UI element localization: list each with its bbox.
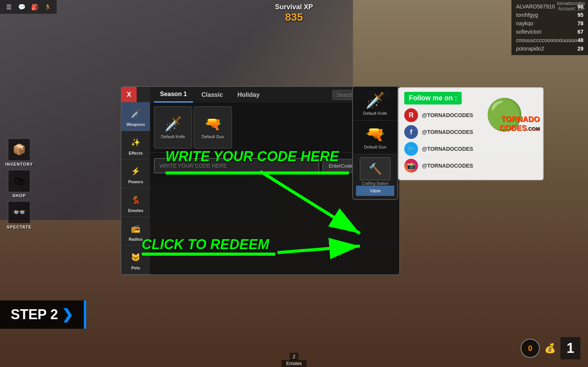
powers-label: Powers bbox=[128, 179, 143, 184]
effects-label: Effects bbox=[129, 151, 143, 155]
effects-icon: ✨ bbox=[128, 135, 144, 150]
level-display: 1 bbox=[560, 337, 580, 359]
logo-line2: CODES.COM bbox=[500, 124, 540, 132]
weapons-label: Weapons bbox=[126, 122, 145, 127]
survival-xp-label: Survival XP bbox=[275, 3, 313, 11]
leaderboard-row: naykqo 78 bbox=[511, 19, 588, 28]
shop-label: SHOP bbox=[12, 193, 26, 198]
pets-label: Pets bbox=[131, 266, 140, 270]
leaderboard-row: sofievictori 67 bbox=[511, 28, 588, 36]
shop-button[interactable]: 🛍 SHOP bbox=[4, 170, 34, 198]
facebook-handle: @TORNADOCODES bbox=[422, 129, 473, 135]
follow-panel: Follow me on : R @TORNADOCODES f @TORNAD… bbox=[398, 87, 544, 180]
inventory-icon[interactable]: 🎒 bbox=[31, 3, 39, 11]
facebook-icon: f bbox=[404, 125, 418, 139]
weapons-icon: 🗡️ bbox=[128, 106, 144, 121]
survival-xp-display: Survival XP 835 bbox=[275, 3, 313, 23]
chat-icon[interactable]: 💬 bbox=[18, 3, 26, 11]
close-button[interactable]: X bbox=[121, 87, 137, 102]
radios-icon: 📻 bbox=[128, 221, 144, 236]
powers-icon: ⚡ bbox=[128, 163, 144, 179]
crafting-name: Crafting Station bbox=[362, 181, 389, 186]
account-info: tornadocodes Account: 13+ bbox=[557, 1, 585, 11]
bottom-bar: 2 Emotes bbox=[282, 353, 307, 367]
leaderboard-row: tomhfgyg 95 bbox=[511, 11, 588, 19]
character-icon[interactable]: 🏃 bbox=[44, 3, 52, 11]
coin-display: 0 bbox=[521, 339, 540, 358]
nav-item-effects[interactable]: ✨ Effects bbox=[121, 131, 150, 160]
currency-icon: 💰 bbox=[544, 343, 556, 354]
survival-xp-value: 835 bbox=[275, 11, 313, 23]
gun-name: Default Gun bbox=[202, 134, 224, 139]
step2-box: STEP 2 ❯ bbox=[0, 300, 86, 329]
instagram-handle: @TORNADOCODES bbox=[422, 163, 473, 169]
detail-knife-icon: 🗡️ bbox=[366, 91, 385, 109]
left-sidebar: 📦 INVENTORY 🛍 SHOP 👓 SPECTATE bbox=[4, 138, 34, 229]
shop-icon-box: 🛍 bbox=[8, 170, 31, 192]
spectate-label: SPECTATE bbox=[7, 225, 31, 229]
social-row-twitter: 🐦 @TORNADOCODES bbox=[404, 142, 537, 156]
top-left-icons: ☰ 💬 🎒 🏃 bbox=[0, 0, 57, 14]
detail-knife-name: Default Knife bbox=[363, 111, 387, 116]
radios-label: Radios bbox=[129, 237, 143, 241]
emotes-count: 2 bbox=[289, 353, 298, 360]
bottom-right: 0 💰 1 bbox=[521, 337, 580, 359]
instagram-icon: 📸 bbox=[404, 159, 418, 173]
roblox-icon: R bbox=[404, 108, 418, 122]
view-button[interactable]: View bbox=[356, 186, 394, 196]
item-card-default-knife[interactable]: 🗡️ Default Knife bbox=[154, 106, 192, 148]
gun-icon: 🔫 bbox=[204, 116, 222, 132]
detail-item-gun[interactable]: 🔫 Default Gun bbox=[353, 121, 397, 154]
pets-icon: 🐱 bbox=[128, 250, 144, 265]
menu-icon[interactable]: ☰ bbox=[5, 3, 13, 11]
item-card-default-gun[interactable]: 🔫 Default Gun bbox=[194, 106, 232, 148]
detail-gun-name: Default Gun bbox=[364, 145, 387, 149]
crafting-icon: 🔨 bbox=[360, 157, 390, 180]
knife-name: Default Knife bbox=[161, 134, 185, 139]
leaderboard-row: polorapido2 29 bbox=[511, 44, 588, 53]
nav-item-weapons[interactable]: 🗡️ Weapons bbox=[121, 102, 150, 131]
detail-gun-icon: 🔫 bbox=[366, 125, 385, 143]
inventory-label: INVENTORY bbox=[5, 162, 33, 166]
detail-item-knife[interactable]: 🗡️ Default Knife bbox=[353, 87, 397, 121]
step2-label: STEP 2 ❯ bbox=[11, 307, 73, 322]
inventory-icon-box: 📦 bbox=[8, 138, 31, 161]
emotes-icon: 💃 bbox=[128, 192, 144, 207]
inventory-button[interactable]: 📦 INVENTORY bbox=[4, 138, 34, 166]
account-age: Account: 13+ bbox=[558, 6, 585, 11]
tab-holiday[interactable]: Holiday bbox=[231, 88, 266, 102]
tab-season1[interactable]: Season 1 bbox=[154, 87, 193, 103]
account-username: tornadocodes bbox=[557, 1, 585, 6]
logo-line1: TORNADO bbox=[500, 115, 540, 124]
emotes-label: Emotes bbox=[128, 208, 144, 213]
spectate-icon-box: 👓 bbox=[8, 201, 31, 224]
social-row-instagram: 📸 @TORNADOCODES bbox=[404, 159, 537, 173]
tab-classic[interactable]: Classic bbox=[195, 88, 229, 102]
knife-icon: 🗡️ bbox=[165, 116, 182, 132]
nav-item-radios[interactable]: 📻 Radios bbox=[121, 217, 150, 246]
nav-item-emotes[interactable]: 💃 Emotes bbox=[121, 188, 150, 217]
crafting-item: 🔨 Crafting Station View bbox=[353, 154, 397, 199]
nav-item-pets[interactable]: 🐱 Pets bbox=[121, 246, 150, 274]
twitter-handle: @TORNADOCODES bbox=[422, 146, 473, 152]
roblox-handle: @TORNADOCODES bbox=[422, 112, 473, 118]
spectate-button[interactable]: 👓 SPECTATE bbox=[4, 201, 34, 229]
twitter-icon: 🐦 bbox=[404, 142, 418, 156]
emotes-bar-label: Emotes bbox=[282, 360, 307, 367]
code-input-field[interactable] bbox=[154, 158, 319, 173]
follow-header: Follow me on : bbox=[404, 92, 462, 104]
item-detail-panel: 🗡️ Default Knife 🔫 Default Gun 🔨 Craftin… bbox=[352, 86, 398, 200]
tornado-codes-logo: TORNADO CODES.COM bbox=[500, 115, 540, 132]
leaderboard-row: coouuuccccoooooouuuuu 48 bbox=[511, 36, 588, 44]
nav-icons: X 🗡️ Weapons ✨ Effects ⚡ Powers 💃 Emotes… bbox=[121, 87, 150, 274]
nav-item-powers[interactable]: ⚡ Powers bbox=[121, 160, 150, 188]
